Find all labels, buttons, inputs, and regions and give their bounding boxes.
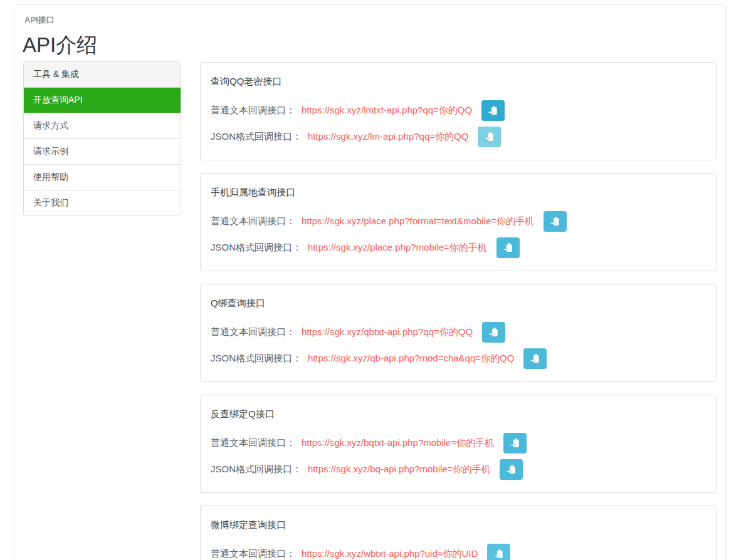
sidebar-item-list: 开放查询API 请求方式 请求示例 使用帮助 关于我们 — [24, 88, 181, 215]
api-row: JSON格式回调接口： https://sgk.xyz/bq-api.php?m… — [211, 459, 706, 480]
copy-button[interactable] — [544, 211, 567, 232]
sidebar-item-label: 使用帮助 — [33, 172, 68, 182]
api-row: 普通文本回调接口： https://sgk.xyz/qbtxt-api.php?… — [211, 322, 706, 343]
api-row: 普通文本回调接口： https://sgk.xyz/place.php?form… — [211, 211, 706, 232]
clipboard-paste-icon — [530, 353, 540, 364]
api-row: JSON格式回调接口： https://sgk.xyz/lm-api.php?q… — [211, 127, 706, 147]
api-card-title: 查询QQ老密接口 — [211, 76, 706, 88]
api-card-rows: 普通文本回调接口： https://sgk.xyz/wbtxt-api.php?… — [211, 544, 706, 560]
clipboard-paste-icon — [488, 327, 499, 338]
sidebar-item-1[interactable]: 请求方式 — [24, 113, 181, 139]
api-url-link[interactable]: https://sgk.xyz/place.php?format=text&mo… — [302, 215, 534, 227]
page-title: API介绍 — [23, 31, 97, 60]
api-card-title: Q绑查询接口 — [211, 298, 706, 309]
api-card-rows: 普通文本回调接口： https://sgk.xyz/lmtxt-api.php?… — [211, 100, 706, 147]
api-row: 普通文本回调接口： https://sgk.xyz/wbtxt-api.php?… — [211, 544, 706, 560]
breadcrumb: API接口 — [24, 14, 55, 26]
copy-button[interactable] — [500, 459, 523, 480]
copy-button[interactable] — [481, 100, 505, 121]
copy-button[interactable] — [523, 348, 547, 369]
api-url-link[interactable]: https://sgk.xyz/place.php?mobile=你的手机 — [308, 242, 487, 254]
copy-button[interactable] — [478, 127, 501, 147]
api-card-rows: 普通文本回调接口： https://sgk.xyz/qbtxt-api.php?… — [211, 322, 706, 369]
sidebar-item-label: 请求示例 — [33, 146, 68, 156]
sidebar-item-label: 关于我们 — [33, 197, 68, 207]
api-card-rows: 普通文本回调接口： https://sgk.xyz/place.php?form… — [211, 211, 706, 258]
api-url-link[interactable]: https://sgk.xyz/bq-api.php?mobile=你的手机 — [308, 464, 490, 475]
api-card-title: 反查绑定Q接口 — [211, 408, 706, 420]
clipboard-paste-icon — [510, 438, 520, 449]
clipboard-paste-icon — [506, 464, 517, 475]
api-cards: 查询QQ老密接口 普通文本回调接口： https://sgk.xyz/lmtxt… — [200, 62, 717, 560]
api-card: Q绑查询接口 普通文本回调接口： https://sgk.xyz/qbtxt-a… — [200, 284, 717, 382]
api-card: 手机归属地查询接口 普通文本回调接口： https://sgk.xyz/plac… — [200, 173, 717, 271]
api-url-link[interactable]: https://sgk.xyz/qb-api.php?mod=cha&qq=你的… — [308, 353, 514, 365]
clipboard-paste-icon — [550, 216, 560, 227]
copy-button[interactable] — [503, 433, 527, 454]
api-url-link[interactable]: https://sgk.xyz/wbtxt-api.php?uid=你的UID — [302, 548, 478, 560]
sidebar-item-label: 请求方式 — [33, 120, 68, 130]
api-url-link[interactable]: https://sgk.xyz/lm-api.php?qq=你的QQ — [308, 131, 468, 143]
clipboard-paste-icon — [484, 132, 495, 142]
sidebar-item-label: 开放查询API — [33, 95, 83, 105]
copy-button[interactable] — [496, 237, 520, 258]
api-card: 反查绑定Q接口 普通文本回调接口： https://sgk.xyz/bqtxt-… — [200, 395, 717, 493]
api-row-label: 普通文本回调接口： — [211, 548, 295, 560]
api-card-title: 微博绑定查询接口 — [211, 519, 706, 531]
clipboard-paste-icon — [488, 105, 498, 116]
api-row: JSON格式回调接口： https://sgk.xyz/qb-api.php?m… — [211, 348, 706, 369]
api-row-label: JSON格式回调接口： — [211, 353, 302, 365]
api-url-link[interactable]: https://sgk.xyz/bqtxt-api.php?mobile=你的手… — [302, 437, 494, 449]
sidebar-nav: 工具 & 集成 开放查询API 请求方式 请求示例 使用帮助 关于我们 — [23, 61, 181, 216]
clipboard-paste-icon — [503, 242, 513, 253]
api-row-label: JSON格式回调接口： — [211, 464, 302, 475]
content-frame: API接口 API介绍 工具 & 集成 开放查询API 请求方式 请求示例 使用… — [14, 4, 726, 560]
sidebar-header: 工具 & 集成 — [24, 62, 181, 88]
api-row-label: 普通文本回调接口： — [211, 437, 295, 449]
copy-button[interactable] — [482, 322, 505, 343]
clipboard-paste-icon — [493, 549, 504, 559]
sidebar-item-4[interactable]: 关于我们 — [24, 190, 181, 215]
api-row: 普通文本回调接口： https://sgk.xyz/bqtxt-api.php?… — [211, 433, 706, 454]
api-url-link[interactable]: https://sgk.xyz/qbtxt-api.php?qq=你的QQ — [302, 326, 473, 338]
sidebar-item-0[interactable]: 开放查询API — [24, 88, 181, 113]
api-card-title: 手机归属地查询接口 — [211, 187, 706, 199]
sidebar-item-3[interactable]: 使用帮助 — [24, 165, 181, 190]
api-card-rows: 普通文本回调接口： https://sgk.xyz/bqtxt-api.php?… — [211, 433, 706, 480]
api-row-label: 普通文本回调接口： — [211, 215, 295, 227]
copy-button[interactable] — [487, 544, 510, 560]
api-row-label: JSON格式回调接口： — [211, 131, 302, 143]
api-card: 查询QQ老密接口 普通文本回调接口： https://sgk.xyz/lmtxt… — [200, 62, 717, 160]
api-card: 微博绑定查询接口 普通文本回调接口： https://sgk.xyz/wbtxt… — [200, 506, 717, 560]
api-url-link[interactable]: https://sgk.xyz/lmtxt-api.php?qq=你的QQ — [302, 105, 472, 117]
sidebar-item-2[interactable]: 请求示例 — [24, 139, 181, 165]
api-row: JSON格式回调接口： https://sgk.xyz/place.php?mo… — [211, 237, 706, 258]
api-row-label: JSON格式回调接口： — [211, 242, 302, 254]
api-row: 普通文本回调接口： https://sgk.xyz/lmtxt-api.php?… — [211, 100, 706, 121]
api-row-label: 普通文本回调接口： — [211, 326, 295, 338]
api-row-label: 普通文本回调接口： — [211, 105, 295, 117]
